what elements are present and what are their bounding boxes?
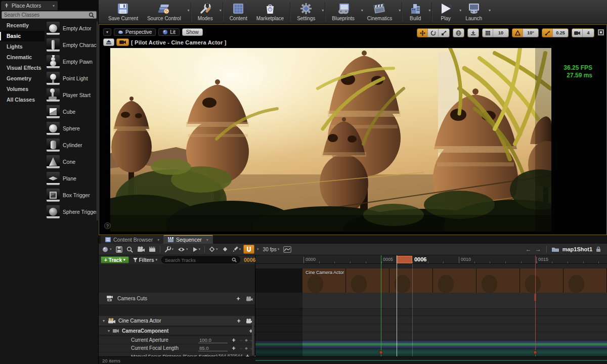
save-current-button[interactable]: Save Current: [104, 0, 143, 24]
maximize-viewport-button[interactable]: [598, 29, 604, 35]
transform-keyframe[interactable]: [533, 350, 537, 354]
current-frame-field[interactable]: 0006: [242, 257, 257, 263]
sequence-settings-button[interactable]: ▾: [163, 245, 176, 254]
list-item-cone[interactable]: Cone: [45, 154, 97, 170]
rotation-snap-button[interactable]: [512, 29, 523, 37]
category-cinematic[interactable]: Cinematic: [0, 52, 45, 63]
save-sequence-button[interactable]: [114, 245, 124, 254]
chevron-down-icon[interactable]: ▾: [157, 238, 159, 242]
snap-options-button[interactable]: ▾: [255, 245, 261, 254]
auto-key-button[interactable]: [221, 245, 230, 254]
chevron-down-icon[interactable]: ▾: [206, 238, 208, 242]
tab-sequencer[interactable]: Sequencer ▾: [163, 235, 213, 244]
show-menu-button[interactable]: Show: [182, 28, 203, 36]
focus-distance-track-band[interactable]: [255, 332, 607, 340]
render-movie-button[interactable]: [147, 245, 157, 254]
chevron-down-icon[interactable]: ▾: [188, 8, 190, 13]
cinematics-button[interactable]: Cinematics ▾: [363, 0, 400, 24]
list-item-box-trigger[interactable]: Box Trigger: [45, 187, 97, 204]
spawned-track-band[interactable]: [255, 340, 607, 348]
add-key-icon[interactable]: ◆: [245, 346, 247, 350]
move-tool-button[interactable]: [417, 29, 428, 37]
launch-button[interactable]: Launch ▾: [461, 0, 490, 24]
list-item-empty-actor[interactable]: Empty Actor: [45, 20, 97, 37]
category-visual-effects[interactable]: Visual Effects: [0, 63, 45, 73]
current-focal-length-value[interactable]: 85.0: [198, 345, 228, 351]
add-track-button[interactable]: +Track▾: [101, 256, 129, 263]
chevron-down-icon[interactable]: ▾: [489, 8, 491, 13]
category-basic[interactable]: Basic: [0, 31, 45, 41]
search-tracks-input[interactable]: [165, 257, 232, 263]
play-button[interactable]: Play ▾: [434, 0, 461, 24]
prev-key-icon[interactable]: ←: [240, 346, 243, 350]
playhead-line[interactable]: [397, 255, 397, 356]
scale-snap-value[interactable]: 0.25: [553, 29, 568, 37]
track-panel-scrollbar[interactable]: [252, 316, 254, 355]
keyframe-options-button[interactable]: ▾: [207, 245, 220, 254]
track-row-camera-cuts[interactable]: Camera Cuts +: [99, 293, 255, 305]
list-item-sphere-trigger[interactable]: Sphere Trigger: [45, 204, 97, 220]
focal-length-track-band[interactable]: [255, 324, 607, 332]
prev-key-icon[interactable]: ←: [240, 338, 243, 342]
add-key-button[interactable]: +: [230, 345, 238, 352]
track-row-cine-camera-actor[interactable]: ▾ Cine Camera Actor +: [99, 316, 255, 326]
pilot-camera-button[interactable]: [116, 38, 129, 46]
sequencer-timeline[interactable]: 0000 0005 0010 0015 0006 Cine Camera Act…: [255, 255, 607, 356]
create-camera-button[interactable]: [136, 245, 146, 254]
category-recently-placed[interactable]: Recently Placed: [0, 20, 45, 31]
search-classes-input[interactable]: [2, 12, 89, 18]
camera-speed-button[interactable]: [572, 29, 583, 37]
rotate-tool-button[interactable]: [428, 29, 439, 37]
perspective-button[interactable]: Perspective: [114, 28, 156, 36]
category-lights[interactable]: Lights: [0, 41, 45, 52]
frame-rate-button[interactable]: 30 fps▾: [262, 245, 281, 254]
playback-start-marker[interactable]: [381, 255, 381, 356]
transform-track-band[interactable]: [255, 348, 607, 356]
place-actors-tab[interactable]: Place Actors ▾: [1, 1, 58, 10]
rotation-snap-value[interactable]: 10°: [523, 29, 538, 37]
edit-options-button[interactable]: ▾: [231, 245, 243, 254]
playback-end-marker[interactable]: [535, 255, 536, 356]
scale-snap-button[interactable]: [542, 29, 553, 37]
expander-icon[interactable]: ▾: [108, 329, 110, 333]
add-track-button-cine[interactable]: +: [235, 317, 243, 325]
level-viewport[interactable]: ▾ Perspective Lit Show [ Pilot Active - …: [99, 24, 607, 235]
chevron-down-icon[interactable]: ▾: [322, 8, 324, 13]
scale-tool-button[interactable]: [439, 29, 449, 37]
expander-icon[interactable]: ▾: [103, 318, 105, 323]
world-space-button[interactable]: [453, 29, 464, 37]
marketplace-button[interactable]: Marketplace: [252, 0, 288, 24]
chevron-down-icon[interactable]: ▾: [53, 4, 55, 8]
chevron-down-icon[interactable]: ▾: [399, 8, 401, 13]
viewport-scene[interactable]: [110, 48, 551, 232]
camera-speed-value[interactable]: 4: [583, 29, 594, 37]
content-button[interactable]: Content: [225, 0, 252, 24]
item-list-scrollbar[interactable]: [97, 21, 98, 220]
viewport-options-button[interactable]: ▾: [103, 28, 111, 36]
curve-editor-button[interactable]: [282, 245, 293, 254]
camera-lock-button[interactable]: [246, 296, 255, 301]
lit-mode-button[interactable]: Lit: [158, 28, 180, 36]
track-row-camera-component[interactable]: ▾ CameraComponent +: [99, 327, 255, 335]
breadcrumb[interactable]: map1Shot1: [562, 246, 592, 252]
property-row-current-aperture[interactable]: Current Aperture 100.0 + ←◆→: [99, 336, 255, 344]
add-key-button[interactable]: +: [230, 337, 238, 344]
current-aperture-value[interactable]: 100.0: [198, 337, 228, 343]
list-item-plane[interactable]: Plane: [45, 170, 97, 187]
property-row-current-focal-length[interactable]: Current Focal Length 85.0 + ←◆→: [99, 344, 255, 352]
category-all-classes[interactable]: All Classes: [0, 95, 45, 105]
back-button[interactable]: ←: [526, 246, 532, 253]
add-key-icon[interactable]: ◆: [245, 338, 247, 342]
category-geometry[interactable]: Geometry: [0, 73, 45, 84]
chevron-down-icon[interactable]: ▾: [428, 8, 430, 13]
camera-cuts-filmstrip[interactable]: [302, 268, 607, 293]
view-options-button[interactable]: ▾: [176, 245, 190, 254]
tab-content-browser[interactable]: Content Browser ▾: [101, 236, 164, 244]
find-in-content-browser-button[interactable]: [125, 245, 135, 254]
category-volumes[interactable]: Volumes: [0, 84, 45, 95]
list-item-player-start[interactable]: Player Start: [45, 87, 97, 104]
playback-options-button[interactable]: ▾: [191, 245, 202, 254]
transform-keyframe[interactable]: [379, 350, 383, 354]
list-item-cube[interactable]: Cube: [45, 104, 97, 120]
cine-camera-section[interactable]: [255, 293, 607, 309]
